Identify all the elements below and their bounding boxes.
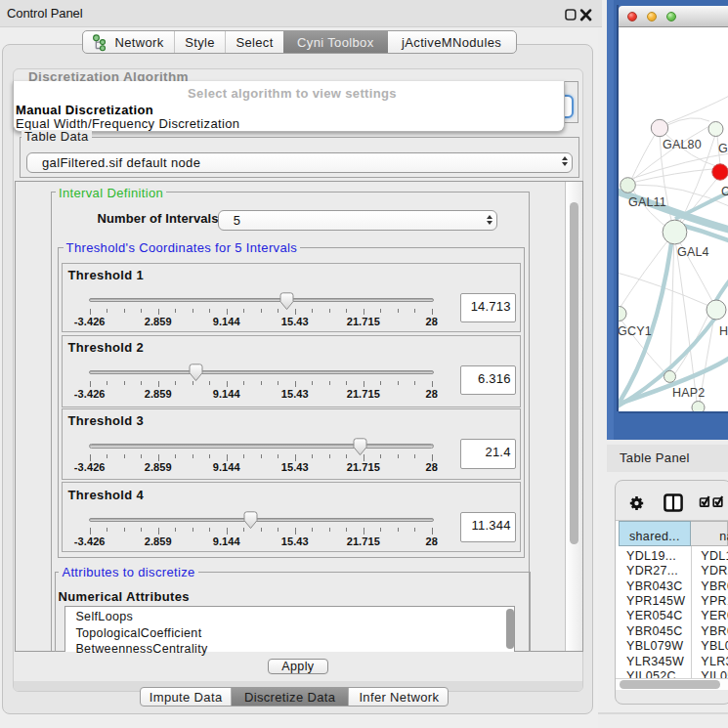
svg-text:GAL11: GAL11 bbox=[628, 195, 666, 209]
svg-text:H: H bbox=[719, 324, 728, 338]
svg-text:GAL4: GAL4 bbox=[677, 245, 709, 259]
svg-text:C: C bbox=[721, 185, 728, 198]
svg-text:HAP2: HAP2 bbox=[672, 386, 705, 400]
svg-text:GCY1: GCY1 bbox=[619, 324, 652, 338]
svg-text:GAL80: GAL80 bbox=[663, 138, 702, 151]
svg-text:GA: GA bbox=[718, 142, 728, 155]
